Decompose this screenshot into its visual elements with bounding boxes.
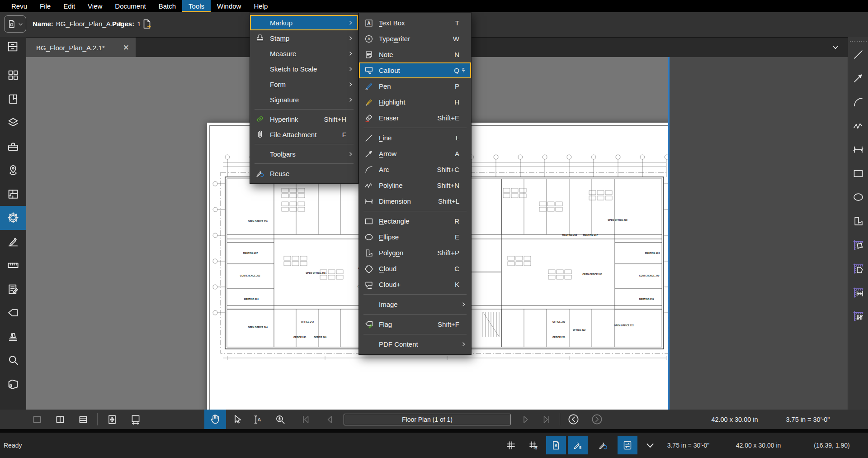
sidebar-item-tool-chest[interactable] xyxy=(0,135,26,159)
snap-markup-icon[interactable] xyxy=(568,436,588,454)
tool-polygon[interactable] xyxy=(848,209,868,233)
menu-item-stamp[interactable]: Stamp xyxy=(250,30,358,46)
select-tool-button[interactable] xyxy=(227,410,247,429)
tool-arc[interactable] xyxy=(848,90,868,114)
room-label: OFFICE 226 xyxy=(552,336,565,339)
sidebar-item-signatures[interactable] xyxy=(0,230,26,254)
tool-polyline[interactable] xyxy=(848,114,868,138)
tool-arrow[interactable] xyxy=(848,67,868,91)
menu-item-highlight[interactable]: Highlight H xyxy=(359,94,471,110)
menu-item-flag[interactable]: Flag Shift+F xyxy=(359,316,471,332)
sidebar-item-places[interactable] xyxy=(0,158,26,182)
tab-close-icon[interactable]: ✕ xyxy=(123,43,129,52)
pane-divider[interactable] xyxy=(668,57,670,410)
menu-item-polygon[interactable]: Polygon Shift+P xyxy=(359,245,471,261)
reuse-markup-tools-icon[interactable] xyxy=(593,436,613,454)
menu-item-toolbars[interactable]: Toolbars xyxy=(250,146,358,162)
menu-item-callout[interactable]: Callout Q xyxy=(359,62,471,78)
toolbar-drag-handle[interactable] xyxy=(848,37,868,43)
select-text-button[interactable] xyxy=(247,410,267,429)
file-access-button[interactable] xyxy=(6,40,19,55)
menu-document[interactable]: Document xyxy=(108,0,152,12)
split-vertical-button[interactable] xyxy=(50,410,70,429)
sidebar-item-layers[interactable] xyxy=(0,111,26,135)
single-pane-button[interactable] xyxy=(27,410,47,429)
menu-item-sketch-to-scale[interactable]: Sketch to Scale xyxy=(250,61,358,76)
last-page-button[interactable] xyxy=(536,410,556,429)
zoom-tool-button[interactable] xyxy=(270,410,290,429)
sync-views-icon[interactable] xyxy=(618,436,637,454)
room-label: MEETING 201 xyxy=(244,298,259,301)
tool-dimension[interactable] xyxy=(848,138,868,162)
menu-item-file-attachment[interactable]: File Attachment F xyxy=(250,127,358,142)
next-page-button[interactable] xyxy=(515,410,535,429)
menu-item-arc[interactable]: Arc Shift+C xyxy=(359,162,471,177)
sidebar-item-properties[interactable] xyxy=(0,206,26,230)
menu-item-measure[interactable]: Measure xyxy=(250,46,358,61)
menu-item-arrow[interactable]: Arrow A xyxy=(359,146,471,162)
snap-grid-icon[interactable] xyxy=(524,436,543,454)
menu-item-reuse[interactable]: Reuse xyxy=(250,166,358,181)
tool-measure-count[interactable] xyxy=(848,305,868,329)
sidebar-item-links[interactable] xyxy=(0,301,26,325)
sidebar-item-spaces[interactable] xyxy=(0,182,26,206)
previous-view-button[interactable] xyxy=(563,410,583,429)
sidebar-item-forms[interactable] xyxy=(0,277,26,301)
previous-page-button[interactable] xyxy=(320,410,340,429)
menu-item-form[interactable]: Form xyxy=(250,76,358,92)
menu-batch[interactable]: Batch xyxy=(152,0,182,12)
menu-item-cloud-plus[interactable]: Cloud+ K xyxy=(359,277,471,292)
document-menu-button[interactable] xyxy=(4,15,26,33)
menu-item-pen[interactable]: Pen P xyxy=(359,78,471,94)
menu-item-markup[interactable]: Markup xyxy=(250,15,358,30)
menu-edit[interactable]: Edit xyxy=(57,0,81,12)
menu-item-hyperlink[interactable]: Hyperlink Shift+H xyxy=(250,111,358,127)
menu-help[interactable]: Help xyxy=(247,0,274,12)
tool-rectangle[interactable] xyxy=(848,162,868,186)
snap-content-icon[interactable] xyxy=(546,436,566,454)
fit-width-button[interactable] xyxy=(126,410,146,429)
sidebar-item-search[interactable] xyxy=(0,348,26,372)
line-icon xyxy=(364,133,374,143)
sidebar-item-measurements[interactable] xyxy=(0,253,26,277)
page-navigation-field[interactable]: Floor Plan (1 of 1) xyxy=(344,414,511,425)
menu-window[interactable]: Window xyxy=(211,0,247,12)
menu-item-ellipse[interactable]: Ellipse E xyxy=(359,229,471,245)
next-view-button[interactable] xyxy=(587,410,607,429)
tool-sketch-polygon[interactable] xyxy=(848,233,868,257)
sidebar-item-sets[interactable] xyxy=(0,325,26,349)
tab-floor-plan[interactable]: BG_Floor_Plan_A.2.1* ✕ xyxy=(26,38,136,57)
menu-item-rectangle[interactable]: Rectangle R xyxy=(359,213,471,229)
menu-item-dimension[interactable]: Dimension Shift+L xyxy=(359,193,471,209)
menu-item-pdf-content[interactable]: PDF Content xyxy=(359,336,471,352)
first-page-button[interactable] xyxy=(296,410,316,429)
menu-item-polyline[interactable]: Polyline Shift+N xyxy=(359,177,471,193)
menu-view[interactable]: View xyxy=(81,0,108,12)
pan-tool-button[interactable] xyxy=(204,410,226,429)
menu-revu[interactable]: Revu xyxy=(5,0,33,12)
menu-item-cloud[interactable]: Cloud C xyxy=(359,261,471,277)
menu-file[interactable]: File xyxy=(33,0,57,12)
split-horizontal-button[interactable] xyxy=(73,410,93,429)
menu-item-eraser[interactable]: Eraser Shift+E xyxy=(359,110,471,126)
menu-item-image[interactable]: Image xyxy=(359,296,471,312)
menu-item-signature[interactable]: Signature xyxy=(250,92,358,107)
menu-item-line[interactable]: Line L xyxy=(359,130,471,146)
menu-item-note[interactable]: Note N xyxy=(359,47,471,62)
fit-page-button[interactable] xyxy=(102,410,122,429)
grid-icon[interactable] xyxy=(501,436,521,454)
panel-collapse-chevron-icon[interactable] xyxy=(831,43,840,52)
submenu-chevron-icon xyxy=(461,341,467,347)
tool-measure-length[interactable] xyxy=(848,281,868,305)
menu-tools[interactable]: Tools xyxy=(182,0,211,12)
sidebar-item-thumbnails[interactable] xyxy=(0,63,26,87)
tool-sketch-shape[interactable] xyxy=(848,257,868,281)
tool-ellipse[interactable] xyxy=(848,186,868,210)
sidebar-item-3d-model[interactable] xyxy=(0,372,26,396)
new-page-button[interactable] xyxy=(138,15,156,33)
menu-item-text-box[interactable]: Text Box T xyxy=(359,15,471,31)
sidebar-item-bookmarks[interactable] xyxy=(0,87,26,111)
status-options-chevron-icon[interactable] xyxy=(640,436,660,454)
tool-line[interactable] xyxy=(848,43,868,67)
menu-item-typewriter[interactable]: Typewriter W xyxy=(359,31,471,47)
